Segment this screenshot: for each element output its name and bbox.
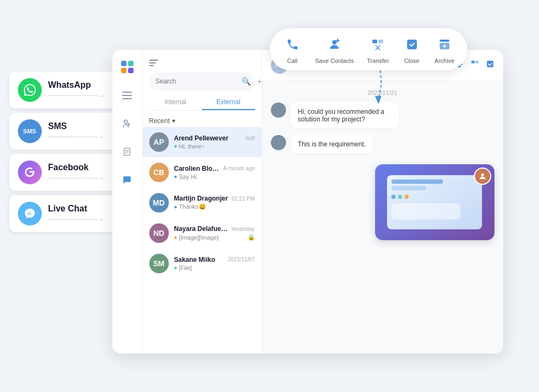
- contact-preview-2: ● Say Hi.: [174, 173, 255, 180]
- svg-rect-14: [149, 65, 154, 66]
- close-label: Close: [404, 57, 420, 64]
- product-content-block: [391, 203, 460, 220]
- tab-external[interactable]: External: [202, 95, 255, 110]
- overlay-avatar: [474, 168, 491, 185]
- header-transfer-icon[interactable]: [471, 60, 479, 70]
- sidebar-item-chat[interactable]: [118, 171, 136, 189]
- contact-preview-3: ● Thanks😀: [174, 203, 255, 210]
- contact-preview-5: ● [File]: [174, 265, 255, 271]
- archive-label: Archive: [435, 57, 455, 64]
- archive-icon: [435, 35, 454, 54]
- product-dot-2: [398, 195, 402, 199]
- svg-point-19: [481, 173, 484, 176]
- facebook-icon: [18, 160, 42, 184]
- sidebar-item-hamburger[interactable]: [118, 87, 136, 104]
- contact-details-3: Martijn Dragonjer 01:21 PM ● Thanks😀: [174, 195, 255, 210]
- contact-details-2: Carolien Bloeme A minute ago ● Say Hi.: [174, 165, 255, 180]
- contact-preview-4: ● [Image][Image] 🔒: [174, 234, 255, 241]
- contact-name-row-2: Carolien Bloeme A minute ago: [174, 165, 255, 172]
- sms-icon: SMS: [18, 119, 42, 143]
- save-contacts-label: Save Contacts: [315, 57, 354, 64]
- preview-msg-icon-3: ●: [174, 204, 177, 210]
- preview-msg-icon-2: ●: [174, 173, 177, 179]
- contact-name-3: Martijn Dragonjer: [174, 195, 228, 202]
- contact-list: AP Arend Pellewever Just ● Hi, there~ CB: [143, 127, 262, 354]
- logo-dot-2: [128, 61, 134, 66]
- contact-details-4: Nayara Delafuente Yesterday ● [Image][Im…: [174, 225, 255, 241]
- chat-messages: 2023/11/21 Hi, could you recommended a s…: [262, 81, 503, 354]
- tab-internal[interactable]: Internal: [149, 95, 202, 110]
- call-label: Call: [287, 57, 297, 64]
- search-bar[interactable]: 🔍 ＋: [149, 73, 255, 91]
- sidebar-item-contacts[interactable]: [118, 115, 136, 132]
- product-screen: [387, 175, 482, 229]
- sidebar-item-files[interactable]: [118, 143, 136, 160]
- contact-details-1: Arend Pellewever Just ● Hi, there~: [174, 134, 255, 150]
- transfer-action[interactable]: Transfer: [367, 35, 389, 64]
- save-contacts-action[interactable]: Save Contacts: [315, 35, 354, 64]
- message-bubble-2: This is the requirement.: [290, 135, 373, 153]
- contact-name-row-1: Arend Pellewever Just: [174, 134, 255, 142]
- contact-name-5: Sakane Miiko: [174, 256, 215, 264]
- message-avatar-1: [271, 102, 286, 118]
- contact-time-2: A minute ago: [223, 165, 255, 171]
- product-dot-1: [391, 195, 396, 199]
- app-logo: [118, 59, 136, 76]
- contact-item-1[interactable]: AP Arend Pellewever Just ● Hi, there~: [143, 127, 262, 157]
- message-avatar-2: [271, 135, 286, 150]
- contact-name-row-5: Sakane Miiko 2023/11/07: [174, 256, 255, 264]
- svg-rect-8: [122, 95, 132, 96]
- contact-avatar-3: MD: [149, 193, 169, 213]
- contact-time-4: Yesterday: [231, 226, 255, 232]
- contact-avatar-2: CB: [149, 163, 169, 182]
- contact-item-3[interactable]: MD Martijn Dragonjer 01:21 PM ● Thanks😀: [143, 188, 262, 218]
- preview-img-icon-4: ●: [174, 234, 177, 240]
- panel-header: [143, 50, 262, 73]
- toolbar-floating: Call Save Contacts Transfer: [270, 28, 468, 70]
- contact-avatar-1: AP: [149, 132, 169, 152]
- main-window: 🔍 ＋ Internal External Recent ▾ AP Arend …: [112, 50, 503, 354]
- contact-name-2: Carolien Bloeme: [174, 165, 221, 172]
- svg-rect-3: [407, 40, 417, 49]
- recent-label: Recent ▾: [143, 115, 262, 127]
- svg-rect-7: [122, 92, 132, 93]
- product-preview-inner: [375, 164, 494, 240]
- contact-details-5: Sakane Miiko 2023/11/07 ● [File]: [174, 256, 255, 271]
- product-bar-2: [391, 186, 426, 190]
- svg-marker-6: [375, 96, 382, 104]
- whatsapp-icon: [18, 78, 42, 102]
- svg-point-10: [124, 120, 128, 123]
- tab-bar: Internal External: [149, 95, 255, 111]
- contact-avatar-4: ND: [149, 223, 169, 243]
- preview-wa-icon-5: ●: [174, 265, 177, 271]
- archive-action[interactable]: Archive: [435, 35, 455, 64]
- call-action[interactable]: Call: [283, 35, 302, 64]
- scene: Call Save Contacts Transfer: [9, 17, 530, 375]
- transfer-icon: [368, 35, 388, 54]
- contact-name-row-4: Nayara Delafuente Yesterday: [174, 225, 255, 233]
- svg-rect-2: [378, 40, 383, 43]
- contact-item-2[interactable]: CB Carolien Bloeme A minute ago ● Say Hi…: [143, 157, 262, 188]
- logo-dot-4: [128, 68, 134, 73]
- header-check-icon[interactable]: [486, 60, 494, 70]
- product-preview: [375, 164, 494, 240]
- contact-panel: 🔍 ＋ Internal External Recent ▾ AP Arend …: [143, 50, 262, 354]
- svg-rect-16: [471, 61, 474, 63]
- search-input[interactable]: [156, 78, 237, 85]
- transfer-label: Transfer: [367, 57, 389, 64]
- contact-name-row-3: Martijn Dragonjer 01:21 PM: [174, 195, 255, 202]
- close-icon: [402, 35, 422, 54]
- message-bubble-1: Hi, could you recommended a solution for…: [290, 102, 399, 128]
- logo-dot-1: [121, 61, 126, 66]
- search-icon: 🔍: [242, 77, 251, 86]
- close-action[interactable]: Close: [402, 35, 422, 64]
- contact-item-4[interactable]: ND Nayara Delafuente Yesterday ● [Image]…: [143, 218, 262, 248]
- contact-item-5[interactable]: SM Sakane Miiko 2023/11/07 ● [File]: [143, 248, 262, 279]
- contact-preview-1: ● Hi, there~: [174, 143, 255, 150]
- contact-name-4: Nayara Delafuente: [174, 225, 229, 233]
- svg-rect-4: [440, 40, 449, 42]
- logo-dots: [121, 61, 134, 73]
- svg-rect-9: [122, 98, 132, 99]
- contact-avatar-5: SM: [149, 254, 169, 273]
- panel-hamburger-icon: [149, 59, 158, 68]
